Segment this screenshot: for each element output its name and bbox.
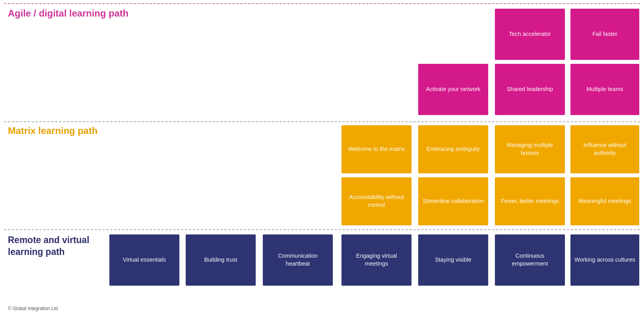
top-dashed-line: [4, 3, 640, 4]
tile-fail-faster[interactable]: Fail faster: [570, 9, 639, 60]
page: Agile / digital learning path Tech accel…: [0, 0, 644, 316]
tile-communication-heartbeat[interactable]: Communication heartbeat: [263, 234, 333, 286]
tile-staying-visible[interactable]: Staying visible: [418, 234, 488, 286]
tile-shared-leadership[interactable]: Shared leadership: [495, 64, 565, 115]
tile-embracing-ambiguity[interactable]: Embracing ambiguity: [418, 125, 488, 173]
tile-continuous-empowerment[interactable]: Continuous empowerment: [495, 234, 565, 286]
tile-multiple-teams[interactable]: Multiple teams: [570, 64, 639, 115]
tile-virtual-essentials[interactable]: Virtual essentials: [109, 234, 179, 286]
tile-streamline-collaboration[interactable]: Streamline collaboration: [418, 177, 488, 225]
tile-meaningful-meetings[interactable]: Meaningful meetings: [570, 177, 639, 225]
sep-line-agile-matrix: [4, 121, 640, 122]
matrix-section-title: Matrix learning path: [8, 125, 98, 136]
tile-building-trust[interactable]: Building trust: [186, 234, 256, 286]
tile-working-across-cultures[interactable]: Working across cultures: [570, 234, 639, 286]
footer-copyright: © Global Integration Ltd: [8, 306, 58, 311]
tile-engaging-virtual-meetings[interactable]: Engaging virtual meetings: [341, 234, 411, 286]
sep-line-matrix-remote: [4, 229, 640, 230]
tile-accountability-without-control[interactable]: Accountability without control: [341, 177, 411, 225]
tile-tech-accelerator[interactable]: Tech accelerator: [495, 9, 565, 60]
tile-managing-multiple-bosses[interactable]: Managing multiple bosses: [495, 125, 565, 173]
remote-section-title: Remote and virtual learning path: [8, 234, 98, 258]
tile-activate-network[interactable]: Activate your network: [418, 64, 488, 115]
tile-fewer-better-meetings[interactable]: Fewer, better meetings: [495, 177, 565, 225]
tile-influence-without-authority[interactable]: Influence without authority: [570, 125, 639, 173]
tile-welcome-matrix[interactable]: Welcome to the matrix: [341, 125, 411, 173]
agile-section-title: Agile / digital learning path: [8, 8, 129, 19]
